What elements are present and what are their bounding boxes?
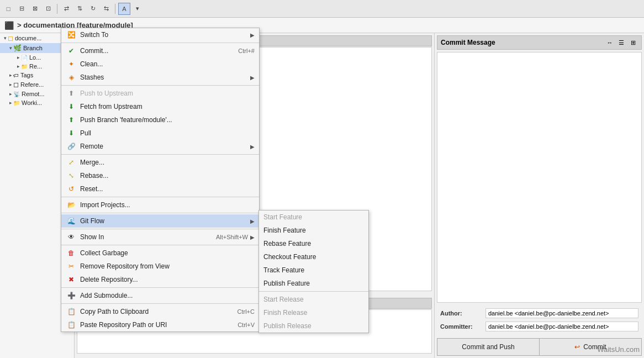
push-upstream-label: Push to Upstream (80, 90, 133, 97)
commit-header-title: Commit Message (441, 39, 495, 46)
author-input[interactable] (485, 308, 638, 318)
label-root: docume... (15, 35, 41, 41)
tb-btn-6[interactable]: ⇅ (73, 3, 86, 15)
sep-8 (61, 287, 259, 288)
watermark-text: WaitsUn.com (597, 345, 640, 354)
arrow-root: ▾ (2, 35, 8, 41)
pull-label: Pull (80, 129, 91, 137)
commit-icon-2[interactable]: ☰ (616, 38, 626, 48)
stashes-icon: ◈ (66, 73, 77, 82)
commit-icon-3[interactable]: ⊞ (628, 38, 638, 48)
arrow-local: ▸ (15, 55, 21, 60)
fetch-upstream-icon: ⬇ (66, 102, 77, 111)
icon-branch: 🌿 (13, 44, 22, 52)
clean-icon: ✦ (66, 60, 77, 69)
publish-feature-label: Publish Feature (263, 280, 310, 287)
submenu-finish-release: Finish Release (259, 306, 368, 319)
commit-icon-1[interactable]: ↔ (605, 38, 615, 48)
submenu-finish-feature[interactable]: Finish Feature (259, 224, 368, 237)
collect-garbage-label: Collect Garbage (80, 249, 128, 257)
menu-delete-repo[interactable]: ✖ Delete Repository... (61, 273, 259, 286)
switch-to-label: Switch To (80, 31, 108, 39)
committer-input[interactable] (485, 322, 638, 331)
label-remote: Re... (29, 63, 42, 70)
submenu-rebase-feature[interactable]: Rebase Feature (259, 237, 368, 250)
paste-path-icon: 📋 (66, 320, 77, 329)
author-label: Author: (438, 307, 482, 319)
paste-path-label: Paste Repository Path or URI (80, 321, 167, 329)
fetch-upstream-label: Fetch from Upstream (80, 103, 142, 110)
committer-label: Committer: (438, 320, 482, 333)
tb-btn-3[interactable]: ⊠ (29, 3, 41, 15)
menu-add-submodule[interactable]: ➕ Add Submodule... (61, 289, 259, 302)
commit-message-input[interactable] (437, 52, 642, 303)
tb-btn-4[interactable]: ⊡ (42, 3, 54, 15)
remote-label: Remote (80, 143, 103, 150)
sep-1 (61, 43, 259, 43)
commit-header: Commit Message ↔ ☰ ⊞ (437, 35, 642, 50)
toolbar-sep-2 (115, 4, 115, 14)
remote-arrow: ▶ (250, 144, 255, 150)
menu-switch-to[interactable]: 🔀 Switch To ▶ (61, 28, 259, 41)
show-in-shortcut: Alt+Shift+W (216, 234, 248, 240)
commit-btn-icon: ↩ (574, 343, 580, 351)
menu-stashes[interactable]: ◈ Stashes ▶ (61, 71, 259, 84)
start-feature-label: Start Feature (263, 213, 302, 221)
commit-label: Commit... (80, 47, 108, 55)
clean-label: Clean... (80, 60, 103, 68)
tb-btn-7[interactable]: ↻ (87, 3, 99, 15)
commit-panel: Commit Message ↔ ☰ ⊞ Author: Committer: (434, 33, 644, 358)
sep-5 (61, 213, 259, 213)
show-in-arrow: ▶ (250, 234, 255, 240)
import-icon: 📂 (66, 201, 77, 209)
rebase-feature-label: Rebase Feature (263, 240, 311, 248)
label-references: Refere... (20, 81, 44, 88)
menu-fetch-upstream[interactable]: ⬇ Fetch from Upstream (61, 100, 259, 113)
menu-rebase[interactable]: ⤡ Rebase... (61, 169, 259, 182)
watermark: WaitsUn.com (597, 345, 640, 354)
icon-references: ◻ (13, 81, 19, 88)
commit-meta: Author: Committer: (437, 306, 642, 334)
repo-icon: ⬛ (4, 21, 14, 30)
tb-btn-dropdown[interactable]: ▾ (131, 3, 144, 15)
commit-push-button[interactable]: Commit and Push (437, 338, 539, 356)
menu-paste-path[interactable]: 📋 Paste Repository Path or URI Ctrl+V (61, 318, 259, 331)
sep-7 (61, 245, 259, 245)
icon-working: 📁 (13, 100, 20, 106)
arrow-remotes: ▸ (8, 91, 13, 97)
rebase-icon: ⤡ (66, 171, 77, 180)
submenu-sep-1 (259, 291, 368, 292)
menu-clean[interactable]: ✦ Clean... (61, 57, 259, 71)
menu-collect-garbage[interactable]: 🗑 Collect Garbage (61, 246, 259, 260)
tb-btn-1[interactable]: □ (2, 3, 14, 15)
menu-remove-repo[interactable]: ✂ Remove Repository from View (61, 260, 259, 273)
merge-label: Merge... (80, 159, 104, 166)
tb-btn-active[interactable]: A (118, 3, 130, 15)
finish-feature-label: Finish Feature (263, 227, 306, 234)
context-menu: 🔀 Switch To ▶ ✔ Commit... Ctrl+# ✦ Clean… (61, 28, 260, 332)
menu-commit[interactable]: ✔ Commit... Ctrl+# (61, 44, 259, 57)
submenu-checkout-feature[interactable]: Checkout Feature (259, 250, 368, 264)
menu-pull[interactable]: ⬇ Pull (61, 127, 259, 140)
finish-release-label: Finish Release (263, 309, 307, 317)
menu-remote[interactable]: 🔗 Remote ▶ (61, 140, 259, 153)
menu-copy-path[interactable]: 📋 Copy Path to Clipboard Ctrl+C (61, 305, 259, 318)
submenu-track-feature[interactable]: Track Feature (259, 264, 368, 277)
menu-reset[interactable]: ↺ Reset... (61, 182, 259, 196)
icon-tags: 🏷 (13, 72, 19, 78)
menu-merge[interactable]: ⤢ Merge... (61, 156, 259, 169)
commit-icon: ✔ (66, 46, 77, 55)
tb-btn-5[interactable]: ⇄ (60, 3, 72, 15)
push-upstream-icon: ⬆ (66, 89, 77, 98)
commit-header-icons: ↔ ☰ ⊞ (605, 38, 638, 48)
tb-btn-8[interactable]: ⇆ (100, 3, 112, 15)
pull-icon: ⬇ (66, 129, 77, 138)
menu-import-projects[interactable]: 📂 Import Projects... (61, 198, 259, 212)
menu-git-flow[interactable]: 🌊 Git Flow ▶ (61, 214, 259, 228)
submenu-publish-feature[interactable]: Publish Feature (259, 277, 368, 290)
tb-btn-2[interactable]: ⊟ (15, 3, 28, 15)
menu-show-in[interactable]: 👁 Show In Alt+Shift+W ▶ (61, 230, 259, 244)
icon-root: ◻ (8, 34, 13, 42)
start-release-label: Start Release (263, 296, 304, 303)
menu-push-branch[interactable]: ⬆ Push Branch 'feature/module'... (61, 113, 259, 127)
